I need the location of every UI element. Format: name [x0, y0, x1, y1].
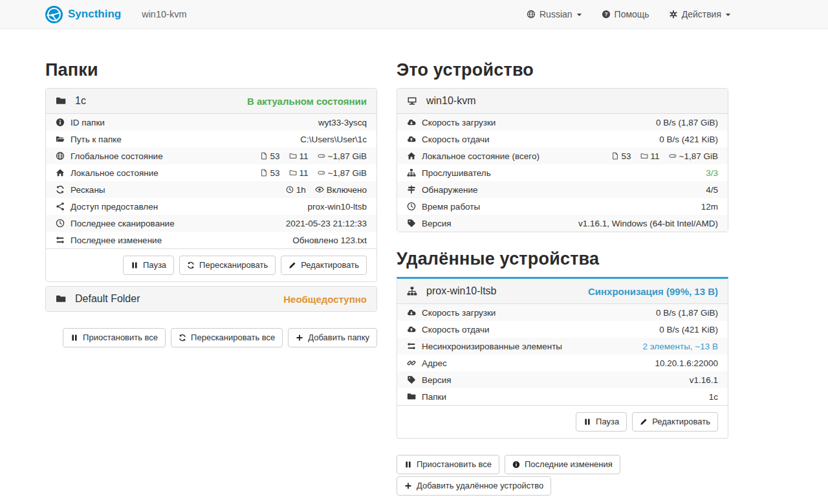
share-icon: [56, 202, 65, 211]
file-icon: [260, 169, 268, 177]
row-listeners: Прослушиватель 3/3: [397, 164, 728, 181]
device-edit-button[interactable]: Редактировать: [632, 412, 718, 432]
file-icon: [260, 152, 268, 160]
question-circle-icon: [602, 10, 611, 19]
this-device-panel: win10-kvm Скорость загрузки 0 B/s (1,87 …: [397, 88, 728, 232]
file-icon: [611, 152, 619, 160]
add-remote-device-button[interactable]: Добавить удалённое устройство: [397, 476, 551, 496]
folder-panel-footer: Пауза Пересканировать Редактировать: [46, 248, 376, 281]
folder-icon: [407, 392, 416, 401]
row-folder-id: ID папки wyt33-3yscq: [46, 114, 376, 131]
directory-icon: [640, 152, 648, 160]
row-last-scan: Последнее сканирование 2021-05-23 21:12:…: [46, 215, 376, 232]
plus-icon: [296, 334, 303, 342]
sitemap-icon: [407, 168, 416, 177]
hdd-icon: [669, 152, 677, 160]
row-folders: Папки 1c: [397, 388, 728, 405]
devices-column: Это устройство win10-kvm Скорость загруз…: [397, 29, 728, 496]
info-circle-icon: [56, 118, 65, 127]
language-dropdown[interactable]: Russian: [527, 9, 582, 19]
folder-icon: [56, 294, 66, 304]
this-device-table: Скорость загрузки 0 B/s (1,87 GiB) Скоро…: [397, 114, 728, 232]
help-label: Помощь: [615, 9, 649, 19]
pause-icon: [404, 461, 412, 468]
signpost-icon: [407, 185, 416, 194]
globe-icon: [56, 151, 65, 160]
folder-name: 1c: [75, 95, 86, 107]
pause-icon: [131, 261, 138, 269]
row-download-rate: Скорость загрузки 0 B/s (1,87 GiB): [397, 114, 728, 131]
actions-dropdown[interactable]: Действия: [669, 9, 731, 19]
folder-panel-header[interactable]: 1c В актуальном состоянии: [46, 89, 376, 114]
this-device-header[interactable]: win10-kvm: [397, 89, 728, 114]
rescan-all-button[interactable]: Пересканировать все: [171, 328, 283, 347]
default-folder-header[interactable]: Default Folder Необщедоступно: [46, 287, 376, 311]
device-name: win10-kvm: [426, 95, 475, 107]
hdd-icon: [318, 169, 325, 177]
eye-icon: [315, 185, 324, 194]
refresh-icon: [187, 261, 195, 269]
folder-panel-default: Default Folder Необщедоступно: [45, 286, 377, 312]
row-upload-rate: Скорость отдачи 0 B/s (421 KiB): [397, 131, 728, 148]
device-status-badge: Синхронизация (99%, 13 B): [588, 286, 718, 297]
gear-icon: [669, 10, 678, 19]
devices-actions-row-2: Добавить удалённое устройство: [397, 476, 728, 496]
clock-icon: [407, 202, 416, 211]
row-address: Адрес 10.20.1.6:22000: [397, 355, 728, 371]
folders-column: Папки 1c В актуальном состоянии ID папки…: [45, 29, 377, 496]
row-download-rate: Скорость загрузки 0 B/s (1,87 GiB): [397, 304, 728, 321]
actions-label: Действия: [682, 9, 721, 19]
globe-icon: [527, 10, 536, 19]
home-icon: [56, 168, 65, 177]
folders-title: Папки: [45, 60, 377, 80]
clock-icon: [286, 186, 294, 193]
folder-rescan-button[interactable]: Пересканировать: [179, 256, 276, 275]
pause-icon: [71, 334, 78, 342]
navbar-hostname: win10-kvm: [142, 9, 186, 19]
cloud-download-icon: [407, 308, 416, 317]
device-name: prox-win10-ltsb: [426, 285, 496, 297]
help-menu[interactable]: Помощь: [602, 9, 649, 19]
row-local-state-total: Локальное состояние (всего) 53 11 ~1,87 …: [397, 148, 728, 164]
syncthing-brand: Syncthing: [45, 6, 121, 23]
out-of-sync-link[interactable]: 2 элементы, ~13 B: [642, 342, 718, 351]
pause-icon: [583, 418, 591, 426]
folders-actions: Приостановить все Пересканировать все До…: [45, 328, 377, 347]
brand-name: Syncthing: [68, 8, 121, 21]
info-circle-icon: [512, 461, 520, 468]
this-device-title: Это устройство: [397, 60, 728, 80]
exchange-icon: [56, 236, 65, 245]
folder-pause-button[interactable]: Пауза: [123, 256, 174, 275]
folder-panel-1c: 1c В актуальном состоянии ID папки wyt33…: [45, 88, 377, 282]
recent-changes-button[interactable]: Последние изменения: [505, 455, 620, 474]
caret-down-icon: [576, 12, 582, 17]
cloud-upload-icon: [407, 325, 416, 334]
folder-status-badge: В актуальном состоянии: [247, 96, 367, 107]
remote-device-header[interactable]: prox-win10-ltsb Синхронизация (99%, 13 B…: [397, 279, 728, 304]
row-folder-path: Путь к папке C:\Users\User\1c: [46, 131, 376, 148]
remote-device-panel: prox-win10-ltsb Синхронизация (99%, 13 B…: [397, 277, 728, 439]
folder-name: Default Folder: [75, 293, 140, 305]
remote-devices-title: Удалённые устройства: [397, 249, 728, 269]
folder-edit-button[interactable]: Редактировать: [281, 256, 367, 275]
folder-status-badge: Необщедоступно: [283, 294, 367, 305]
pause-all-devices-button[interactable]: Приостановить все: [397, 455, 499, 474]
remote-device-table: Скорость загрузки 0 B/s (1,87 GiB) Скоро…: [397, 304, 728, 405]
row-uptime: Время работы 12m: [397, 198, 728, 215]
row-shared-with: Доступ предоставлен prox-win10-ltsb: [46, 198, 376, 215]
tag-icon: [407, 219, 416, 228]
refresh-icon: [56, 185, 65, 194]
cloud-upload-icon: [407, 135, 416, 144]
clock-icon: [56, 219, 65, 228]
add-folder-button[interactable]: Добавить папку: [288, 328, 377, 347]
row-version: Версия v1.16.1, Windows (64-bit Intel/AM…: [397, 215, 728, 232]
devices-actions-row-1: Приостановить все Последние изменения: [397, 455, 728, 474]
top-navbar: Syncthing win10-kvm Russian Помощь Дейст…: [0, 0, 828, 29]
row-upload-rate: Скорость отдачи 0 B/s (421 KiB): [397, 321, 728, 338]
device-pause-button[interactable]: Пауза: [576, 412, 627, 432]
row-global-state: Глобальное состояние 53 11 ~1,87 GiB: [46, 148, 376, 164]
language-label: Russian: [539, 9, 572, 19]
folder-icon: [56, 96, 66, 106]
home-icon: [407, 151, 416, 160]
pause-all-folders-button[interactable]: Приостановить все: [63, 328, 166, 347]
